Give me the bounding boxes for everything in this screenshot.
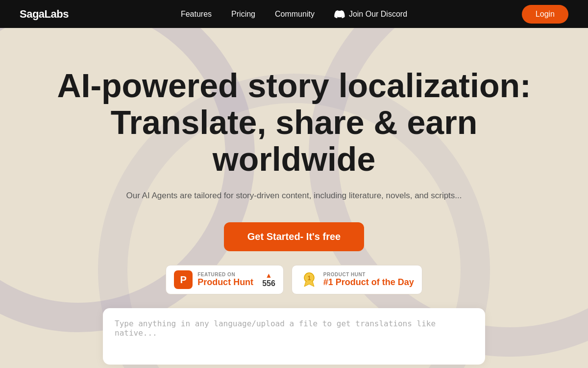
navigation: SagaLabs Features Pricing Community Join… — [0, 0, 588, 28]
ph-vote-section: ▲ 556 — [262, 271, 275, 288]
nav-pricing[interactable]: Pricing — [231, 10, 255, 19]
cta-button[interactable]: Get Started- It's free — [224, 222, 364, 251]
ph-icon: P — [174, 270, 193, 289]
translation-input[interactable] — [103, 308, 485, 365]
vote-arrow-icon: ▲ — [266, 271, 272, 279]
vote-count: 556 — [262, 279, 275, 288]
award-badge[interactable]: 1 PRODUCT HUNT #1 Product of the Day — [292, 265, 422, 294]
login-button[interactable]: Login — [522, 5, 568, 24]
hero-section: AI-powered story localization: Translate… — [0, 28, 588, 368]
nav-community[interactable]: Community — [275, 10, 315, 19]
logo: SagaLabs — [20, 8, 69, 21]
award-content: PRODUCT HUNT #1 Product of the Day — [323, 272, 414, 288]
discord-icon — [334, 10, 345, 18]
hero-title: AI-powered story localization: Translate… — [37, 67, 551, 177]
nav-discord[interactable]: Join Our Discord — [334, 10, 407, 19]
svg-text:1: 1 — [307, 275, 311, 282]
ph-name: Product Hunt — [197, 277, 253, 288]
ph-badge-content: FEATURED ON Product Hunt — [197, 272, 253, 288]
hero-subtitle: Our AI Agents are tailored for story-dri… — [126, 191, 462, 201]
nav-features[interactable]: Features — [181, 10, 212, 19]
badges-container: P FEATURED ON Product Hunt ▲ 556 1 PRODU… — [166, 265, 422, 294]
product-hunt-badge[interactable]: P FEATURED ON Product Hunt ▲ 556 — [166, 265, 284, 294]
nav-links: Features Pricing Community Join Our Disc… — [181, 10, 407, 19]
discord-label: Join Our Discord — [349, 10, 407, 19]
award-label: PRODUCT HUNT — [323, 272, 414, 277]
award-text: #1 Product of the Day — [323, 277, 414, 288]
textarea-section — [103, 308, 485, 367]
ph-featured-label: FEATURED ON — [197, 272, 253, 277]
award-icon: 1 — [300, 270, 318, 289]
nav-right: Login — [522, 5, 568, 24]
